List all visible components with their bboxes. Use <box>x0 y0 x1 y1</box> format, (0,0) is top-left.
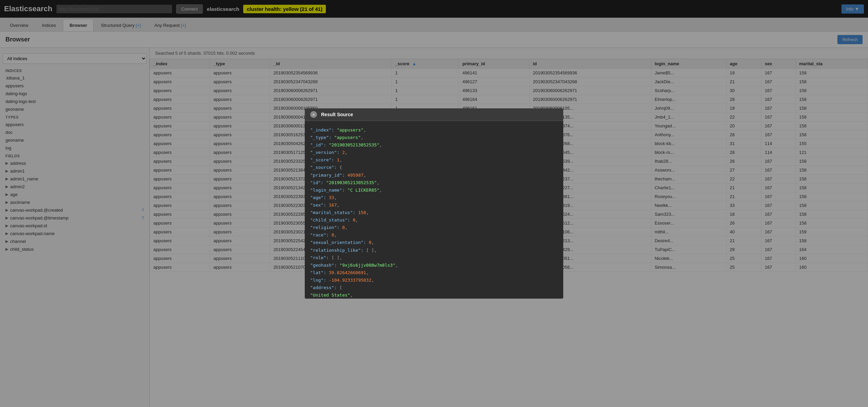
json-line: "address": [ <box>310 284 558 291</box>
json-line: "_index": "appusers", <box>310 126 558 134</box>
json-line: "_score": 1, <box>310 156 558 164</box>
json-line: "lng": -104.92333795032, <box>310 277 558 284</box>
json-line: "sex": 167, <box>310 201 558 209</box>
json-line: "_version": 2, <box>310 149 558 156</box>
modal-close-button[interactable]: × <box>310 111 317 118</box>
json-line: "sexual_orientation": 0, <box>310 239 558 246</box>
modal-body: "_index": "appusers","_type": "appusers"… <box>305 121 563 299</box>
json-line: "login_name": "C LICKER85", <box>310 187 558 194</box>
json-line: "_type": "appusers", <box>310 134 558 141</box>
json-line: "role": [ ], <box>310 254 558 262</box>
json-line: "_id": "20190305213052535", <box>310 141 558 149</box>
modal-header: × Result Source <box>305 108 563 121</box>
modal-title: Result Source <box>321 112 353 117</box>
json-line: "religion": 0, <box>310 224 558 231</box>
json-line: "primary_id": 495987, <box>310 172 558 179</box>
json-line: "id": "20190305213052535", <box>310 179 558 187</box>
json-line: "race": 0, <box>310 231 558 239</box>
result-source-modal: × Result Source "_index": "appusers","_t… <box>305 108 563 299</box>
json-line: "marital_status": 158, <box>310 209 558 216</box>
json-line: "geohash": "9xj6s6jjv008w7m8ls3", <box>310 262 558 269</box>
json-line: "lat": 39.82642660691, <box>310 269 558 277</box>
json-line: "relationship_like": [ ], <box>310 247 558 254</box>
json-line: "child_status": 0, <box>310 216 558 224</box>
json-line: "age": 33, <box>310 194 558 201</box>
json-line: "_source": { <box>310 164 558 171</box>
json-line: "United States", <box>310 291 558 299</box>
modal-overlay[interactable]: × Result Source "_index": "appusers","_t… <box>0 0 868 407</box>
